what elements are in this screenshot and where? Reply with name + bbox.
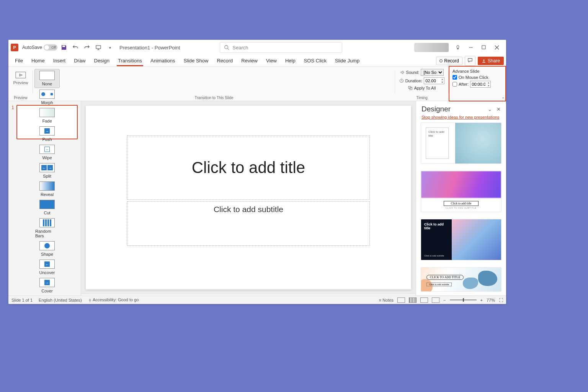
title-bar: P AutoSave Off ▾ Presentation1 - PowerPo… [8,40,506,55]
autosave-label: AutoSave [22,45,42,50]
menu-file[interactable]: File [11,56,27,66]
slide-number: 1 [11,105,14,139]
menu-record[interactable]: Record [212,56,237,66]
menu-draw[interactable]: Draw [70,56,90,66]
svg-rect-2 [482,46,485,49]
status-bar: Slide 1 of 1 English (United States) Acc… [8,296,506,304]
menu-home[interactable]: Home [27,56,49,66]
design-idea-2[interactable]: Click to add title CLICK TO ADD SUBTITLE [421,171,501,212]
menu-view[interactable]: View [262,56,281,66]
save-icon[interactable] [60,44,67,51]
ribbon: Preview Preview None Morph Fade →Push ↔W… [8,67,506,101]
present-icon[interactable] [95,44,102,51]
design-idea-1[interactable]: Click to add title [421,122,501,164]
svg-rect-0 [96,46,101,49]
transition-fade[interactable]: Fade [34,106,60,125]
status-accessibility[interactable]: Accessibility: Good to go [88,297,139,302]
duration-spinner[interactable]: ▲▼ [424,77,444,84]
qat-more-icon[interactable]: ▾ [106,44,113,51]
subtitle-placeholder[interactable]: Click to add subtitle [127,201,370,246]
ribbon-group-transitions: None Morph Fade →Push ↔Wipe ←→Split Reve… [33,67,395,101]
menu-animations[interactable]: Animations [146,56,179,66]
designer-title: Designer [421,105,451,113]
designer-close-icon[interactable]: ✕ [497,106,501,112]
view-reading-button[interactable] [420,297,428,303]
menu-transitions[interactable]: Transitions [114,56,146,66]
menu-slideshow[interactable]: Slide Show [179,56,212,66]
transition-push[interactable]: →Push [34,125,60,143]
on-mouse-click-checkbox[interactable] [452,75,457,80]
redo-icon[interactable] [83,44,90,51]
maximize-button[interactable] [480,44,488,51]
powerpoint-window: P AutoSave Off ▾ Presentation1 - PowerPo… [8,40,506,304]
record-dot-icon [439,59,443,62]
after-checkbox[interactable] [452,82,457,87]
record-button[interactable]: Record [436,57,462,65]
view-slideshow-button[interactable] [432,297,439,303]
transition-uncover[interactable]: ←Uncover [34,258,60,276]
preview-button[interactable]: Preview [11,68,30,85]
svg-point-1 [225,46,228,49]
transition-reveal[interactable]: Reveal [34,180,60,198]
designer-panel: Designer ⌄ ✕ Stop showing ideas for new … [416,101,506,296]
minimize-button[interactable] [467,44,475,51]
status-slide-info: Slide 1 of 1 [11,298,33,302]
design-idea-3[interactable]: Click to add title Click to add subtitle [421,219,501,260]
menu-bar: File Home Insert Draw Design Transitions… [8,55,506,67]
undo-icon[interactable] [72,44,79,51]
share-icon [482,59,486,63]
lightbulb-icon[interactable] [454,44,462,51]
workspace: 1 Click to add title Click to add subtit… [8,101,506,296]
svg-point-8 [89,299,90,300]
designer-collapse-icon[interactable]: ⌄ [488,106,492,112]
user-account[interactable] [414,43,449,52]
view-sorter-button[interactable] [409,297,416,303]
file-title: Presentation1 - PowerPoint [119,45,180,51]
design-idea-4[interactable]: CLICK TO ADD TITLE Click to add subtitle [421,267,501,292]
transition-wipe[interactable]: ↔Wipe [34,143,60,162]
transition-none[interactable]: None [34,69,60,88]
menu-design[interactable]: Design [90,56,114,66]
zoom-slider[interactable] [450,299,477,301]
transition-randombars[interactable]: Random Bars [34,217,60,240]
ribbon-group-timing: Sound: [No Sound] Duration: ▲▼ Apply To … [395,67,449,101]
transition-cut[interactable]: Cut [34,198,60,217]
transition-shape[interactable]: Shape [34,240,60,258]
notes-toggle[interactable]: ≡ Notes [379,298,394,302]
menu-slidejump[interactable]: Slide Jump [331,56,364,66]
canvas-area[interactable]: Click to add title Click to add subtitle [81,101,416,294]
autosave-toggle[interactable]: Off [44,44,57,51]
slide-canvas[interactable]: Click to add title Click to add subtitle [86,106,411,289]
view-normal-button[interactable] [397,297,405,303]
zoom-percent[interactable]: 77% [487,298,495,302]
zoom-in-button[interactable]: + [480,298,483,302]
fit-to-window-button[interactable]: ⛶ [499,298,503,302]
status-language[interactable]: English (United States) [39,298,82,302]
menu-sosclick[interactable]: SOS Click [300,56,331,66]
ribbon-collapse-button[interactable]: ⌄ [501,95,505,99]
accessibility-icon [88,299,92,302]
sound-icon [400,70,405,75]
ribbon-group-preview: Preview Preview [8,67,33,101]
ribbon-group-advance: Advance Slide On Mouse Click After: ▲▼ [449,66,506,101]
title-placeholder[interactable]: Click to add title [127,136,370,200]
share-button[interactable]: Share [478,57,504,65]
transition-split[interactable]: ←→Split [34,162,60,180]
editor-area: Click to add title Click to add subtitle… [81,101,416,296]
transition-cover[interactable]: →Cover [34,276,60,295]
search-box[interactable]: Search [220,42,342,53]
search-icon [224,45,229,50]
comments-button[interactable] [465,56,475,66]
zoom-out-button[interactable]: − [443,298,446,302]
app-icon: P [11,44,18,51]
duration-icon [399,78,404,83]
close-button[interactable] [493,44,501,51]
designer-stop-link[interactable]: Stop showing ideas for new presentations [416,115,506,122]
apply-to-all-button[interactable]: Apply To All [408,86,436,90]
menu-review[interactable]: Review [237,56,262,66]
menu-help[interactable]: Help [281,56,300,66]
sound-select[interactable]: [No Sound] [421,69,444,76]
after-spinner[interactable]: ▲▼ [470,81,491,88]
preview-icon [15,70,26,80]
menu-insert[interactable]: Insert [49,56,70,66]
